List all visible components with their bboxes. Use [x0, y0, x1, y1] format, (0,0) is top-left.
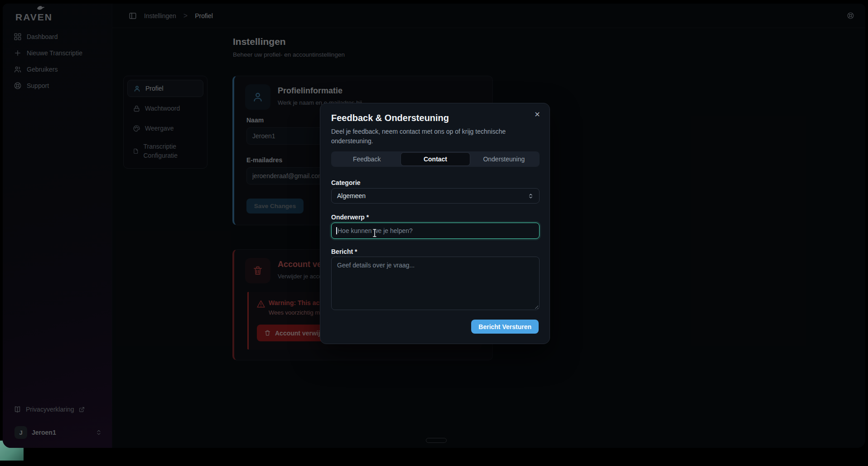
category-select[interactable]: Algemeen [331, 188, 540, 204]
message-textarea[interactable] [331, 257, 540, 310]
category-label: Categorie [331, 179, 361, 186]
subject-field-wrap [331, 223, 540, 239]
modal-description: Deel je feedback, neem contact met ons o… [331, 127, 521, 146]
message-label: Bericht * [331, 248, 357, 255]
text-caret [336, 227, 337, 234]
submit-button[interactable]: Bericht Versturen [471, 320, 539, 334]
category-value: Algemeen [337, 192, 366, 199]
close-icon[interactable]: ✕ [531, 109, 543, 121]
tab-contact[interactable]: Contact [401, 153, 469, 165]
tab-feedback[interactable]: Feedback [333, 153, 401, 165]
feedback-tabs: Feedback Contact Ondersteuning [331, 151, 540, 167]
tab-ondersteuning[interactable]: Ondersteuning [470, 153, 538, 165]
feedback-modal: ✕ Feedback & Ondersteuning Deel je feedb… [320, 103, 550, 344]
modal-title: Feedback & Ondersteuning [331, 113, 449, 123]
subject-label: Onderwerp * [331, 214, 369, 221]
subject-input[interactable] [331, 223, 540, 239]
chevrons-up-down-icon [528, 193, 534, 199]
